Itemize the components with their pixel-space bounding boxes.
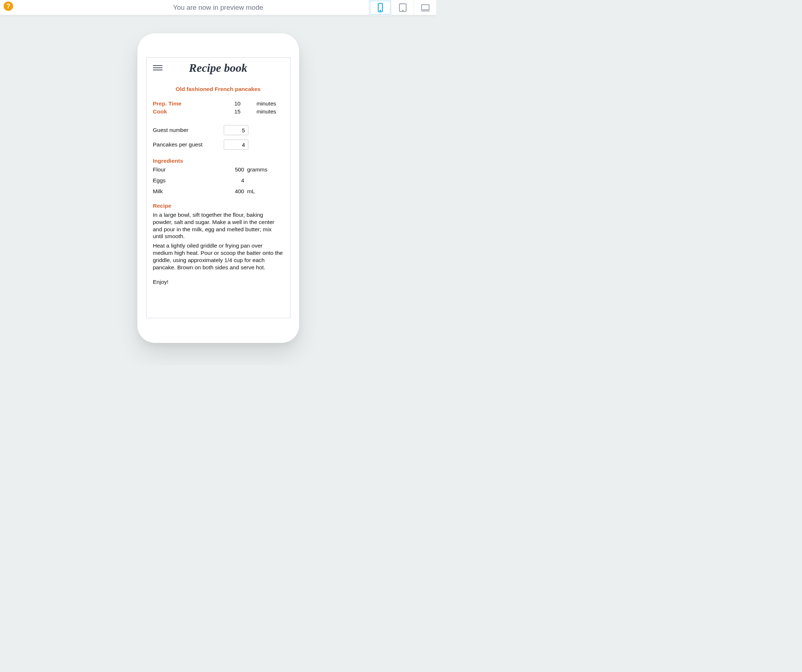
help-icon-label: ? xyxy=(6,3,11,10)
ingredient-qty: 500 xyxy=(226,166,247,173)
svg-point-3 xyxy=(403,10,403,11)
preview-mode-label: You are now in preview mode xyxy=(173,3,263,11)
svg-rect-4 xyxy=(421,5,429,10)
ingredient-unit: mL xyxy=(247,188,283,195)
app-viewport: Recipe book Old fashioned French pancake… xyxy=(146,57,290,318)
pancakes-per-guest-label: Pancakes per guest xyxy=(153,141,224,148)
device-selector xyxy=(369,0,436,15)
recipe-step: In a large bowl, sift together the flour… xyxy=(153,211,283,240)
device-tablet-button[interactable] xyxy=(391,0,414,15)
ingredients-heading: Ingredients xyxy=(153,158,283,164)
ingredient-qty: 400 xyxy=(226,188,247,195)
ingredient-unit xyxy=(247,177,283,184)
recipe-step: Heat a lightly oiled griddle or frying p… xyxy=(153,242,283,271)
recipe-content: Prep. Time 10 minutes Cook 15 minutes Gu… xyxy=(153,100,283,285)
recipe-steps: In a large bowl, sift together the flour… xyxy=(153,211,283,285)
ingredient-name: Flour xyxy=(153,166,226,173)
ingredient-row: Milk 400 mL xyxy=(153,188,283,195)
device-phone-button[interactable] xyxy=(369,0,391,15)
preview-stage: Recipe book Old fashioned French pancake… xyxy=(0,15,436,343)
desktop-icon xyxy=(420,3,430,13)
guest-number-input[interactable] xyxy=(224,125,248,135)
guest-number-label: Guest number xyxy=(153,127,224,133)
prep-time-unit: minutes xyxy=(244,100,283,107)
device-desktop-button[interactable] xyxy=(414,0,436,15)
ingredient-row: Flour 500 gramms xyxy=(153,166,283,173)
pancakes-per-guest-input[interactable] xyxy=(224,139,248,150)
ingredient-name: Eggs xyxy=(153,177,226,184)
prep-time-value: 10 xyxy=(222,100,244,107)
prep-time-row: Prep. Time 10 minutes xyxy=(153,100,283,107)
help-icon[interactable]: ? xyxy=(3,2,13,11)
inputs-section: Guest number Pancakes per guest xyxy=(153,125,283,150)
cook-time-value: 15 xyxy=(222,108,244,115)
cook-time-unit: minutes xyxy=(244,108,283,115)
menu-icon[interactable] xyxy=(153,64,162,72)
recipe-enjoy: Enjoy! xyxy=(153,278,283,286)
ingredient-unit: gramms xyxy=(247,166,283,173)
ingredient-name: Milk xyxy=(153,188,226,195)
app-header: Recipe book xyxy=(153,58,283,74)
guest-number-row: Guest number xyxy=(153,125,283,135)
preview-topbar: ? You are now in preview mode xyxy=(0,0,436,15)
recipe-title: Old fashioned French pancakes xyxy=(153,86,283,92)
tablet-icon xyxy=(398,3,408,13)
ingredient-qty: 4 xyxy=(226,177,247,184)
recipe-heading: Recipe xyxy=(153,203,283,209)
pancakes-per-guest-row: Pancakes per guest xyxy=(153,139,283,150)
app-title: Recipe book xyxy=(189,61,247,75)
ingredient-row: Eggs 4 xyxy=(153,177,283,184)
cook-time-label: Cook xyxy=(153,108,222,115)
cook-time-row: Cook 15 minutes xyxy=(153,108,283,115)
phone-frame: Recipe book Old fashioned French pancake… xyxy=(137,33,299,343)
prep-time-label: Prep. Time xyxy=(153,100,222,107)
